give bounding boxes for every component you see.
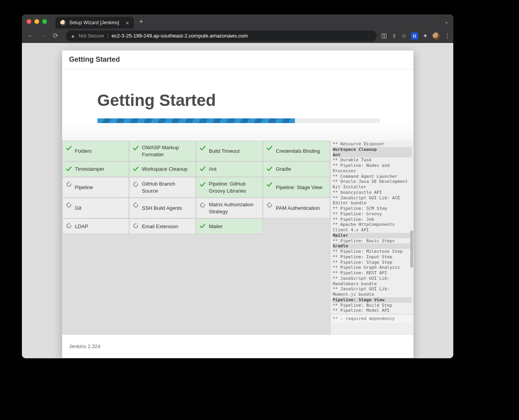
- plugin-cell: Pipeline: GitHub Groovy Libraries: [196, 177, 263, 198]
- address-bar: ← → ⟳ ▲ Not Secure | ec2-3-25-199-249.ap…: [22, 29, 453, 43]
- log-section-header: Pipeline: Stage View: [333, 297, 412, 303]
- plugin-name: SSH Build Agents: [142, 205, 182, 212]
- plugin-cell: Ant: [196, 161, 263, 177]
- new-tab-button[interactable]: +: [139, 18, 143, 25]
- forward-button[interactable]: →: [38, 30, 48, 41]
- browser-tab[interactable]: Setup Wizard [Jenkins] ×: [56, 17, 134, 29]
- spinner-icon: [199, 202, 206, 208]
- check-icon: [66, 145, 72, 151]
- plugin-cell: PAM Authentication: [263, 198, 330, 218]
- browser-window: Setup Wizard [Jenkins] × + ⌄ ← → ⟳ ▲ Not…: [22, 14, 453, 358]
- bookmark-star-icon[interactable]: ☆: [401, 32, 406, 39]
- page-viewport: Getting Started Getting Started FoldersO…: [22, 43, 453, 358]
- reload-button[interactable]: ⟳: [50, 30, 61, 41]
- log-line: ** Pipeline Graph Analysis: [333, 265, 412, 270]
- plugin-name: Timestamper: [75, 166, 104, 173]
- plugin-name: Matrix Authorization Strategy: [209, 201, 259, 215]
- not-secure-icon: ▲: [70, 33, 75, 39]
- bitwarden-extension-icon[interactable]: U: [411, 32, 418, 39]
- log-line: ** Pipeline: SCM Step: [333, 206, 412, 211]
- plugin-name: OWASP Markup Formatter: [142, 144, 192, 158]
- plugin-cell: Build Timeout: [196, 141, 263, 161]
- profile-avatar-icon[interactable]: [433, 32, 440, 39]
- log-line: ** Pipeline: Nodes and Processes: [333, 163, 412, 174]
- titlebar: Setup Wizard [Jenkins] × + ⌄: [22, 14, 453, 29]
- log-line: ** JavaScript GUI Lib: ACE Editor bundle: [333, 195, 412, 206]
- browser-menu-icon[interactable]: ⋮: [444, 32, 450, 39]
- plugin-cell: Workspace Cleanup: [129, 161, 196, 177]
- plugin-cell: Pipeline: [62, 177, 129, 198]
- log-line: ** Pipeline: Input Step: [333, 254, 412, 260]
- modal-header: Getting Started: [62, 50, 413, 69]
- plugin-name: Email Extension: [142, 223, 178, 230]
- plugin-name: Workspace Cleanup: [142, 166, 188, 173]
- log-line: ** Pipeline: Groovy: [333, 211, 412, 217]
- plugin-cell: GitHub Branch Source: [129, 177, 196, 198]
- plugin-name: Gradle: [276, 166, 291, 173]
- check-icon: [133, 166, 139, 172]
- spinner-icon: [133, 223, 139, 229]
- maximize-window-button[interactable]: [42, 19, 47, 24]
- spinner-icon: [266, 202, 273, 208]
- check-icon: [199, 223, 206, 229]
- plugin-cell: Email Extension: [129, 218, 196, 234]
- password-key-icon[interactable]: ⚿: [381, 32, 387, 39]
- log-line: ** Pipeline: Basic Steps: [333, 238, 412, 244]
- spinner-icon: [133, 181, 139, 188]
- plugin-name: Folders: [75, 148, 92, 155]
- plugin-name: Pipeline: GitHub Groovy Libraries: [209, 181, 259, 194]
- log-line: ** JavaScript GUI Lib: Moment.js bundle: [333, 286, 412, 297]
- check-icon: [199, 145, 206, 151]
- modal-body: Getting Started FoldersOWASP Markup Form…: [62, 69, 413, 334]
- back-button[interactable]: ←: [25, 30, 36, 41]
- install-progress-fill: [97, 118, 295, 123]
- spinner-icon: [133, 202, 139, 208]
- plugin-cell: Pipeline: Stage View: [263, 177, 330, 198]
- log-line: ** bouncycastle API: [333, 190, 412, 195]
- close-window-button[interactable]: [27, 19, 31, 24]
- log-line: ** Pipeline: REST API: [333, 270, 412, 276]
- install-progress-bar: [97, 118, 380, 123]
- jenkins-version-label: Jenkins 2.324: [69, 343, 101, 349]
- setup-wizard-modal: Getting Started Getting Started FoldersO…: [62, 50, 414, 358]
- share-icon[interactable]: ⇪: [392, 33, 397, 39]
- minimize-window-button[interactable]: [34, 19, 39, 24]
- spinner-icon: [66, 202, 72, 208]
- modal-header-title: Getting Started: [69, 55, 406, 64]
- plugin-name: GitHub Branch Source: [142, 181, 192, 194]
- spinner-icon: [66, 181, 72, 188]
- modal-footer: Jenkins 2.324: [62, 334, 413, 358]
- plugin-cell: Git: [62, 198, 129, 218]
- check-icon: [266, 145, 273, 151]
- plugin-cell: OWASP Markup Formatter: [129, 141, 196, 161]
- plugin-cell: Gradle: [263, 161, 330, 177]
- close-tab-icon[interactable]: ×: [126, 20, 129, 26]
- log-line: ** Pipeline: Build Step: [333, 303, 412, 308]
- install-log-panel[interactable]: ** Resource DisposerWorkspace CleanupAnt…: [330, 141, 413, 334]
- plugin-cell: LDAP: [62, 218, 129, 234]
- plugin-name: Git: [75, 205, 82, 212]
- log-section-header: Gradle: [333, 243, 412, 249]
- tabs-overflow-button[interactable]: ⌄: [444, 19, 449, 25]
- log-line: ** Pipeline: Stage Step: [333, 260, 412, 265]
- log-line: ** JavaScript GUI Lib: Handlebars bundle: [333, 276, 412, 287]
- plugin-cell: Folders: [62, 141, 129, 161]
- check-icon: [266, 166, 273, 172]
- plugin-name: Ant: [209, 166, 217, 173]
- plugin-name: Build Timeout: [209, 148, 240, 155]
- spinner-icon: [66, 223, 72, 229]
- plugin-cell: Timestamper: [62, 161, 129, 177]
- plugin-grid: FoldersOWASP Markup FormatterBuild Timeo…: [62, 141, 330, 334]
- plugin-install-area: FoldersOWASP Markup FormatterBuild Timeo…: [62, 141, 413, 334]
- plugin-name: Mailer: [209, 223, 223, 230]
- log-line: ** Pipeline: Milestone Step: [333, 249, 412, 254]
- extensions-puzzle-icon[interactable]: ✦: [423, 32, 428, 39]
- tab-title: Setup Wizard [Jenkins]: [69, 20, 119, 25]
- plugin-name: PAM Authentication: [276, 205, 320, 212]
- url-input[interactable]: ▲ Not Secure | ec2-3-25-199-249.ap-south…: [66, 30, 377, 41]
- plugin-cell: Credentials Binding: [263, 141, 330, 161]
- check-icon: [199, 181, 206, 188]
- log-line: ** Pipeline: Model API: [333, 308, 412, 313]
- log-line: ** Apache HttpComponents Client 4.x API: [333, 222, 412, 233]
- log-scrollbar-thumb[interactable]: [410, 231, 413, 268]
